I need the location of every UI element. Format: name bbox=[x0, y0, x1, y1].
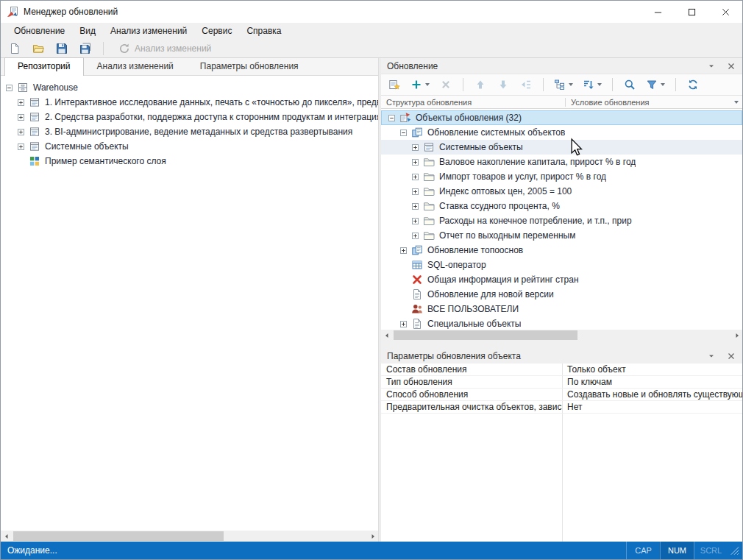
tree-item[interactable]: Warehouse bbox=[1, 80, 378, 95]
tree-item[interactable]: ВСЕ ПОЛЬЗОВАТЕЛИ bbox=[381, 302, 742, 316]
tree-item-label: Обновление системных объектов bbox=[427, 127, 565, 138]
collapse-icon[interactable] bbox=[400, 130, 407, 136]
pane-close-icon[interactable] bbox=[726, 351, 736, 361]
expand-icon[interactable] bbox=[18, 143, 24, 150]
update-pane-title: Обновление bbox=[387, 61, 438, 71]
expand-icon[interactable] bbox=[18, 99, 24, 106]
expand-icon[interactable] bbox=[412, 159, 419, 166]
collapse-icon[interactable] bbox=[6, 85, 13, 91]
menu-item-0[interactable]: Обновление bbox=[7, 24, 72, 38]
sort-button[interactable] bbox=[580, 77, 604, 93]
tree-item[interactable]: Ставка ссудного процента, % bbox=[381, 199, 742, 213]
column-structure[interactable]: Структура обновления bbox=[381, 98, 565, 107]
expand-icon[interactable] bbox=[412, 188, 419, 195]
menu-item-3[interactable]: Сервис bbox=[194, 24, 239, 38]
open-button[interactable] bbox=[29, 40, 47, 57]
tree-view-button[interactable] bbox=[552, 77, 575, 93]
close-button[interactable] bbox=[708, 1, 742, 23]
tree-item[interactable]: Импорт товаров и услуг, прирост % в год bbox=[381, 169, 742, 184]
save-all-button[interactable] bbox=[77, 40, 94, 57]
tree-item[interactable]: Системные объекты bbox=[381, 140, 742, 155]
scroll-track[interactable] bbox=[392, 330, 731, 341]
tree-item[interactable]: Обновление системных объектов bbox=[381, 125, 742, 140]
expand-icon[interactable] bbox=[412, 144, 419, 151]
folder-icon bbox=[423, 230, 435, 241]
tree-item[interactable]: 1. Интерактивное исследование данных, пе… bbox=[1, 95, 378, 110]
pane-close-icon[interactable] bbox=[726, 61, 736, 71]
resize-grip[interactable] bbox=[728, 544, 742, 558]
expand-icon[interactable] bbox=[412, 233, 419, 239]
filter-button[interactable] bbox=[644, 77, 667, 93]
scroll-right-arrow[interactable] bbox=[731, 330, 742, 341]
tree-item[interactable]: Пример семантического слоя bbox=[1, 154, 378, 169]
scroll-left-arrow[interactable] bbox=[1, 531, 12, 542]
left-horizontal-scrollbar[interactable] bbox=[1, 531, 378, 542]
tree-item[interactable]: Индекс оптовых цен, 2005 = 100 bbox=[381, 184, 742, 199]
tree-item[interactable]: SQL-оператор bbox=[381, 258, 742, 272]
new-button[interactable] bbox=[6, 40, 24, 57]
save-button[interactable] bbox=[53, 40, 71, 57]
expand-icon[interactable] bbox=[412, 203, 419, 210]
pane-menu-caret-icon[interactable] bbox=[706, 61, 717, 71]
minimize-button[interactable] bbox=[641, 1, 675, 23]
tree-item[interactable]: 2. Средства разработки, поддержка доступ… bbox=[1, 110, 378, 124]
scroll-thumb[interactable] bbox=[394, 330, 577, 340]
tree-item[interactable]: Валовое накопление капитала, прирост % в… bbox=[381, 155, 742, 169]
pane-menu-caret-icon[interactable] bbox=[706, 351, 717, 361]
expand-icon[interactable] bbox=[412, 174, 419, 180]
right-horizontal-scrollbar[interactable] bbox=[381, 330, 742, 341]
tree-item[interactable]: Общая информация и рейтинг стран bbox=[381, 272, 742, 287]
new-object-button[interactable] bbox=[385, 77, 403, 93]
update-pane-header: Обновление bbox=[381, 58, 742, 74]
arrow-down-icon bbox=[497, 79, 509, 91]
property-name: Состав обновления bbox=[381, 364, 562, 375]
menu-item-2[interactable]: Анализ изменений bbox=[103, 24, 194, 38]
add-button[interactable] bbox=[408, 77, 432, 93]
tree-item[interactable]: 3. BI-администрирование, ведение метадан… bbox=[1, 124, 378, 139]
column-condition[interactable]: Условие обновления bbox=[565, 98, 742, 107]
tree-item[interactable]: Отчет по выходным переменным bbox=[381, 228, 742, 243]
collapse-icon[interactable] bbox=[388, 115, 395, 121]
tree-item[interactable]: Специальные объекты bbox=[381, 316, 742, 330]
menu-item-1[interactable]: Вид bbox=[72, 24, 103, 38]
tab-0[interactable]: Репозиторий bbox=[4, 57, 84, 76]
scroll-right-arrow[interactable] bbox=[367, 531, 378, 542]
maximize-button[interactable] bbox=[675, 1, 708, 23]
catalog-icon bbox=[29, 141, 40, 152]
expand-icon[interactable] bbox=[18, 114, 24, 121]
column-options-caret-icon[interactable] bbox=[734, 101, 739, 104]
tree-item[interactable]: Обновление топооснов bbox=[381, 243, 742, 258]
dropdown-caret-icon bbox=[597, 83, 602, 86]
tab-2[interactable]: Параметры обновления bbox=[187, 57, 312, 75]
users-icon bbox=[411, 303, 423, 315]
property-row[interactable]: Состав обновленияТолько объект bbox=[381, 364, 742, 376]
expand-icon[interactable] bbox=[412, 218, 419, 224]
catalog-icon bbox=[29, 126, 40, 138]
pane-header-actions bbox=[706, 61, 736, 71]
tree-item[interactable]: Системные объекты bbox=[1, 139, 378, 154]
app-window: Менеджер обновлений ОбновлениеВидАнализ … bbox=[0, 0, 743, 560]
left-tabs: РепозиторийАнализ измененийПараметры обн… bbox=[1, 58, 378, 76]
menu-item-4[interactable]: Справка bbox=[239, 24, 288, 38]
add-icon bbox=[410, 79, 422, 91]
property-row[interactable]: Способ обновленияСоздавать новые и обнов… bbox=[381, 389, 742, 401]
property-row[interactable]: Тип обновленияПо ключам bbox=[381, 376, 742, 389]
expand-icon[interactable] bbox=[18, 129, 24, 135]
scroll-left-arrow[interactable] bbox=[381, 330, 392, 341]
semantic-icon bbox=[29, 155, 40, 167]
tree-item[interactable]: Обновление для новой версии bbox=[381, 287, 742, 302]
expand-icon[interactable] bbox=[400, 321, 407, 327]
tree-item[interactable]: Объекты обновления (32) bbox=[381, 110, 742, 125]
tree-item[interactable]: Расходы на конечное потребление, и т.п.,… bbox=[381, 213, 742, 228]
refresh-button[interactable] bbox=[684, 77, 702, 93]
outdent-icon bbox=[520, 79, 532, 91]
scroll-track[interactable] bbox=[12, 531, 367, 542]
status-bar: Ожидание... CAPNUMSCRL bbox=[1, 542, 742, 559]
arrow-up-icon bbox=[474, 79, 486, 91]
tab-1[interactable]: Анализ изменений bbox=[84, 57, 187, 75]
expand-icon[interactable] bbox=[400, 247, 407, 254]
refresh-icon bbox=[687, 79, 699, 91]
search-button[interactable] bbox=[621, 77, 639, 93]
property-row[interactable]: Предварительная очистка объектов, зависи… bbox=[381, 401, 742, 414]
scroll-thumb[interactable] bbox=[13, 531, 224, 541]
